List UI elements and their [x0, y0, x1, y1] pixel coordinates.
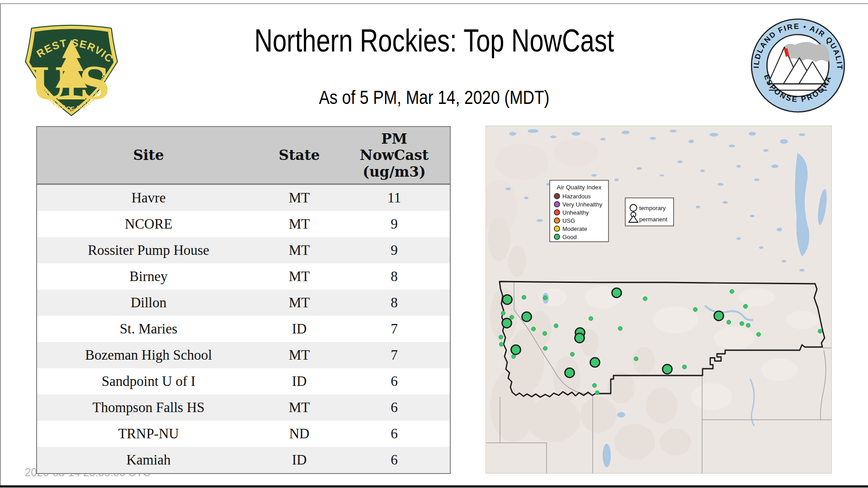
slide-top-border [0, 3, 868, 4]
slide-bottom-border [0, 485, 868, 488]
wfaqrp-logo: WILDLAND FIRE • AIR QUALITY RESPONSE PRO… [750, 17, 846, 114]
monitor-dot [730, 289, 734, 293]
cell-site: Dillon [37, 290, 260, 316]
monitor-dot [595, 390, 599, 394]
monitor-dot [499, 342, 503, 346]
table-row: BirneyMT8 [37, 263, 450, 290]
cell-state: MT [260, 263, 339, 290]
monitor-map: Air Quality Index HazardousVery Unhealth… [486, 126, 832, 474]
monitor-dot [511, 354, 515, 358]
cell-site: Rossiter Pump House [37, 237, 260, 263]
monitor-dot [589, 316, 593, 320]
monitor-dot [509, 315, 514, 319]
monitor-dot [618, 326, 622, 330]
slide: 2020-03-14 23:05:00 UTC FOREST SERVICE D… [0, 0, 868, 488]
cell-pm: 8 [339, 290, 450, 316]
cell-site: Birney [37, 263, 260, 290]
cell-state: MT [260, 290, 339, 316]
cell-state: ID [260, 447, 339, 474]
temporary-monitor-icon [630, 205, 637, 211]
cell-pm: 8 [339, 263, 450, 290]
cell-site: Bozeman High School [37, 342, 260, 368]
aqi-label: Moderate [562, 225, 587, 232]
cell-site: TRNP-NU [37, 421, 260, 447]
aqi-swatch [554, 193, 560, 199]
cell-site: Havre [37, 184, 260, 211]
monitor-dot [818, 329, 822, 333]
top-site-dot [522, 312, 532, 322]
aqi-swatch [554, 234, 560, 239]
table-row: Bozeman High SchoolMT7 [37, 342, 450, 368]
monitor-dot [522, 295, 526, 299]
monitor-dot [570, 352, 574, 356]
monitor-dot [592, 383, 596, 387]
top-site-dot [663, 365, 672, 374]
cell-pm: 6 [339, 368, 450, 394]
cell-state: MT [260, 394, 339, 421]
table-row: Sandpoint U of IID6 [37, 368, 450, 394]
column-header-site: Site [37, 127, 260, 184]
aqi-swatch [554, 226, 560, 231]
monitor-dot [740, 321, 744, 325]
monitor-dot [746, 323, 750, 327]
monitor-dot [542, 331, 547, 335]
aqi-label: Unhealthy [562, 209, 589, 216]
monitor-dot [726, 320, 731, 324]
cell-pm: 9 [339, 211, 450, 237]
cell-pm: 11 [339, 184, 450, 211]
table-row: DillonMT8 [37, 290, 450, 316]
column-header-state: State [260, 127, 339, 184]
cell-site: Sandpoint U of I [37, 368, 260, 394]
cell-state: MT [260, 237, 339, 263]
aqi-label: USG [562, 217, 575, 224]
monitor-dot [643, 296, 647, 300]
monitor-dot [554, 324, 558, 328]
table-row: HavreMT11 [37, 184, 450, 211]
usfs-logo: FOREST SERVICE DEPARTMENT OF AGRICULTURE… [25, 19, 118, 117]
top-site-dot [503, 295, 512, 305]
table-header-row: Site State PM NowCast (ug/m3) [37, 127, 450, 184]
monitor-dot [501, 311, 505, 315]
cell-pm: 9 [339, 237, 450, 263]
cell-state: ID [260, 316, 339, 342]
cell-site: St. Maries [37, 316, 260, 342]
aqi-legend-title: Air Quality Index [557, 184, 601, 191]
page-subtitle: As of 5 PM, Mar 14, 2020 (MDT) [0, 87, 868, 108]
aqi-legend: Air Quality Index HazardousVery Unhealth… [550, 180, 609, 242]
temporary-label: temporary [639, 205, 666, 211]
column-header-pm: PM NowCast (ug/m3) [339, 127, 450, 184]
monitor-type-legend: temporary permanent [625, 198, 674, 226]
monitor-dot [531, 327, 535, 331]
aqi-swatch [554, 202, 560, 207]
top-site-dot [502, 319, 512, 328]
page-title: Northern Rockies: Top NowCast [0, 23, 868, 59]
cell-state: MT [260, 184, 339, 211]
cell-pm: 7 [339, 316, 450, 342]
cell-site: Thompson Falls HS [37, 394, 260, 421]
cell-pm: 7 [339, 342, 450, 368]
table-row: Rossiter Pump HouseMT9 [37, 237, 450, 263]
cell-state: ND [260, 421, 339, 447]
monitor-dot [543, 346, 547, 350]
cell-state: ID [260, 368, 339, 394]
top-site-dot [565, 368, 575, 378]
table-row: KamiahID6 [37, 447, 450, 474]
monitor-dot [543, 296, 547, 300]
cell-state: MT [260, 211, 339, 237]
top-site-dot [612, 288, 622, 298]
top-site-dot [590, 358, 600, 367]
aqi-label: Very Unhealthy [562, 201, 603, 208]
cell-pm: 6 [339, 394, 450, 421]
permanent-label: permanent [639, 216, 668, 223]
monitor-dot [693, 307, 697, 311]
aqi-swatch [554, 210, 560, 215]
table-row: St. MariesID7 [37, 316, 450, 342]
table-row: NCOREMT9 [37, 211, 450, 237]
cell-state: MT [260, 342, 339, 368]
cell-site: NCORE [37, 211, 260, 237]
aqi-label: Good [562, 234, 577, 240]
cell-pm: 6 [339, 421, 450, 447]
cell-pm: 6 [339, 447, 450, 474]
monitor-dot [634, 357, 638, 361]
top-site-dot [511, 345, 521, 355]
